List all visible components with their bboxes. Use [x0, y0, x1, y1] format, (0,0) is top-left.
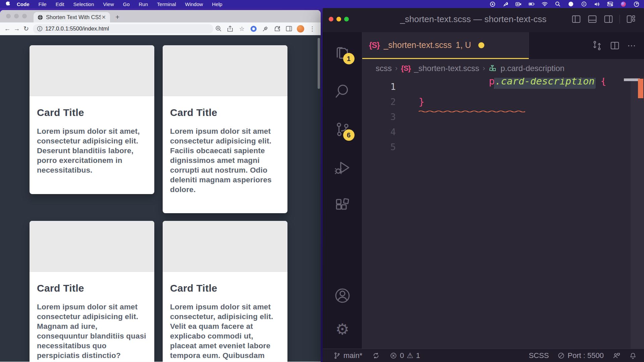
new-tab-button[interactable]: + [115, 14, 119, 20]
menu-item-window[interactable]: Window [185, 1, 203, 7]
unsaved-dot-icon[interactable] [478, 42, 484, 48]
sidepanel-icon[interactable] [285, 25, 292, 33]
open-changes-icon[interactable] [592, 40, 602, 51]
chevron-right-icon: › [483, 64, 485, 73]
menubar-status-icons [489, 1, 639, 7]
line-number: 3 [362, 112, 396, 122]
problems-status[interactable]: 0 ⚠ 1 [386, 351, 423, 360]
breadcrumb-symbol[interactable]: p.card-description [500, 64, 565, 73]
record-icon[interactable] [489, 1, 495, 7]
extension-badge-icon[interactable] [250, 25, 257, 33]
activity-bar: 1 6 ⚙ [323, 32, 362, 349]
menu-items: Code File Edit Selection View Go Run Ter… [17, 1, 222, 7]
menu-item-run[interactable]: Run [139, 1, 148, 7]
feedback-icon[interactable] [612, 352, 621, 360]
forward-button[interactable]: → [13, 24, 21, 34]
browser-menu-icon[interactable]: ⋮ [309, 25, 316, 33]
back-button[interactable]: ← [3, 24, 11, 34]
toggle-sidebar-icon[interactable] [571, 14, 581, 24]
page-scrollbar[interactable] [318, 38, 320, 89]
customize-layout-icon[interactable] [626, 14, 636, 24]
activity-source-control[interactable]: 6 [333, 120, 352, 139]
language-mode[interactable]: SCSS [529, 351, 549, 360]
wifi-icon[interactable] [542, 1, 548, 7]
editor-tab[interactable]: {S} _shorten-text.scss 1, U [362, 32, 529, 59]
extensions-puzzle-icon[interactable] [273, 25, 281, 33]
battery-icon[interactable] [529, 1, 535, 7]
menu-item-file[interactable]: File [39, 1, 47, 7]
split-editor-icon[interactable] [610, 41, 620, 51]
status-bar: main* 0 ⚠ 1 SCSS Port : [323, 349, 644, 362]
browser-tab[interactable]: Shorten Text With CSS ✕ [34, 12, 110, 22]
activity-settings[interactable]: ⚙ [333, 320, 352, 339]
close-window-button[interactable] [6, 14, 11, 18]
activity-run-debug[interactable] [333, 158, 352, 177]
breadcrumb-folder[interactable]: scss [376, 64, 392, 73]
editor-scrollbar[interactable] [631, 78, 644, 349]
menu-item-selection[interactable]: Selection [73, 1, 94, 7]
open-brace-token: { [595, 78, 606, 87]
url-text: 127.0.0.1:5500/index.html [45, 25, 109, 32]
ruler-cursor-marker [624, 78, 640, 81]
browser-tab-title: Shorten Text With CSS [46, 14, 101, 20]
git-branch-status[interactable]: main* [330, 351, 366, 360]
line-number: 1 [362, 81, 396, 92]
menu-item-view[interactable]: View [103, 1, 114, 7]
code-line: 1 p.card-description { [362, 79, 644, 94]
card-image-placeholder [163, 45, 287, 96]
divider [620, 15, 620, 23]
do-not-disturb-icon[interactable] [568, 1, 574, 7]
close-brace-token: } [419, 96, 424, 108]
screen-record-icon[interactable] [516, 1, 522, 7]
volume-icon[interactable] [594, 1, 600, 7]
siri-icon[interactable] [620, 1, 626, 7]
menu-item-code[interactable]: Code [17, 1, 30, 7]
line-number: 5 [362, 142, 396, 152]
card-title: Card Title [170, 283, 280, 294]
page-viewport: Card Title Lorem ipsum dolor sit amet, c… [0, 35, 321, 362]
activity-account[interactable] [333, 286, 352, 305]
tab-close-icon[interactable]: ✕ [101, 14, 107, 20]
share-icon[interactable] [226, 25, 234, 33]
notifications-bell-icon[interactable] [629, 352, 637, 360]
bookmark-star-icon[interactable]: ☆ [238, 25, 246, 33]
toolbar-actions: ☆ ⋮ [215, 25, 317, 33]
control-center-icon[interactable] [607, 1, 613, 7]
card: Card Title Lorem ipsum dolor sit amet, c… [30, 45, 154, 194]
site-info-icon[interactable] [37, 26, 43, 32]
editor-tabbar: {S} _shorten-text.scss 1, U ⋯ [362, 32, 644, 59]
play-circle-icon[interactable] [581, 1, 587, 7]
activity-extensions[interactable] [333, 196, 352, 215]
profile-avatar[interactable] [297, 25, 304, 33]
toggle-secondary-sidebar-icon[interactable] [603, 14, 613, 24]
live-server-port[interactable]: Port : 5500 [557, 351, 604, 360]
minimize-window-button[interactable] [14, 14, 19, 18]
menu-item-go[interactable]: Go [123, 1, 130, 7]
source-control-badge: 6 [343, 129, 355, 141]
toggle-panel-icon[interactable] [587, 14, 597, 24]
maximize-window-button[interactable] [344, 17, 349, 21]
code-editor[interactable]: 1 p.card-description { 2 } 3 4 [362, 78, 644, 349]
sync-status[interactable] [369, 352, 383, 359]
activity-explorer[interactable]: 1 [333, 44, 352, 62]
close-window-button[interactable] [329, 17, 333, 21]
spotlight-search-icon[interactable] [555, 1, 561, 7]
minimize-window-button[interactable] [336, 17, 341, 21]
editor-group: {S} _shorten-text.scss 1, U ⋯ scss [362, 32, 644, 349]
menu-item-edit[interactable]: Edit [56, 1, 64, 7]
activity-search[interactable] [333, 82, 352, 101]
error-count: 0 [400, 351, 404, 360]
address-bar[interactable]: 127.0.0.1:5500/index.html [33, 24, 213, 34]
reload-button[interactable]: ↻ [22, 24, 30, 34]
clock-icon[interactable] [633, 1, 639, 7]
more-actions-icon[interactable]: ⋯ [627, 41, 637, 51]
maximize-window-button[interactable] [22, 14, 27, 18]
apple-logo-icon[interactable] [5, 1, 10, 7]
colorpicker-icon[interactable] [262, 25, 269, 33]
breadcrumb-file[interactable]: _shorten-text.scss [414, 64, 479, 73]
menu-item-help[interactable]: Help [212, 1, 222, 7]
zoom-icon[interactable] [215, 25, 222, 33]
card: Card Title Lorem ipsum dolor sit amet co… [30, 221, 154, 362]
rocket-icon[interactable] [502, 1, 508, 7]
menu-item-terminal[interactable]: Terminal [157, 1, 176, 7]
